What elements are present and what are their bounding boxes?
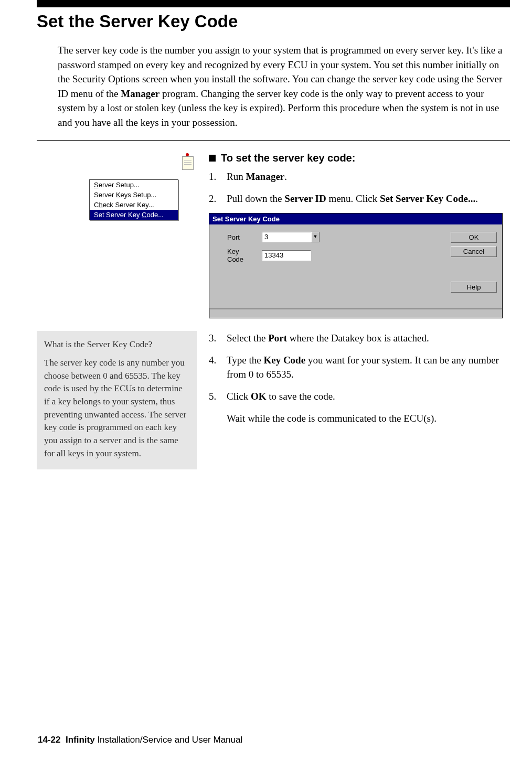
menu-item-1[interactable]: Server Keys Setup... <box>90 190 178 200</box>
sidebar-note-body: The server key code is any number you ch… <box>44 357 189 460</box>
dialog-title: Set Server Key Code <box>209 213 502 224</box>
menu-item-0[interactable]: Server Setup... <box>90 180 178 190</box>
footer-tail: Installation/Service and User Manual <box>95 735 243 745</box>
help-button[interactable]: Help <box>451 282 497 293</box>
step-5-sub: Wait while the code is communicated to t… <box>209 411 506 426</box>
bullet-square-icon <box>209 155 216 162</box>
step-3: Select the Port where the Datakey box is… <box>209 331 506 346</box>
ok-button[interactable]: OK <box>451 232 497 243</box>
procedure-heading: To set the server key code: <box>221 152 355 164</box>
page-title: Set the Server Key Code <box>37 12 506 31</box>
keycode-label: Key Code <box>215 248 257 263</box>
step-5: Click OK to save the code. <box>209 389 506 404</box>
divider <box>37 140 510 141</box>
combo-dropdown-icon[interactable]: ▼ <box>311 232 320 242</box>
step-1: Run Manager. <box>209 169 506 184</box>
note-icon <box>180 154 194 170</box>
step-2: Pull down the Server ID menu. Click Set … <box>209 191 506 206</box>
port-label: Port <box>215 233 257 241</box>
menu-item-2[interactable]: Check Server Key... <box>90 200 178 210</box>
page-number: 14-22 <box>38 735 60 745</box>
sidebar-note-title: What is the Server Key Code? <box>44 338 189 351</box>
page-footer: 14-22 Infinity Installation/Service and … <box>38 735 242 745</box>
menu-screenshot: Server Setup...Server Keys Setup...Check… <box>89 179 178 220</box>
step-4: Type the Key Code you want for your syst… <box>209 353 506 382</box>
sidebar-note: What is the Server Key Code? The server … <box>37 331 197 469</box>
cancel-button[interactable]: Cancel <box>451 246 497 257</box>
keycode-input[interactable]: 13343 <box>262 250 311 261</box>
port-combo[interactable]: 3 <box>262 232 311 242</box>
dialog-statusbar <box>209 308 502 318</box>
dialog-set-server-key-code: Set Server Key Code Port 3 ▼ Key Code <box>209 213 503 318</box>
intro-paragraph: The server key code is the number you as… <box>58 43 506 130</box>
header-bar <box>37 0 510 7</box>
menu-item-3[interactable]: Set Server Key Code... <box>90 210 178 220</box>
book-title: Infinity <box>66 735 95 745</box>
